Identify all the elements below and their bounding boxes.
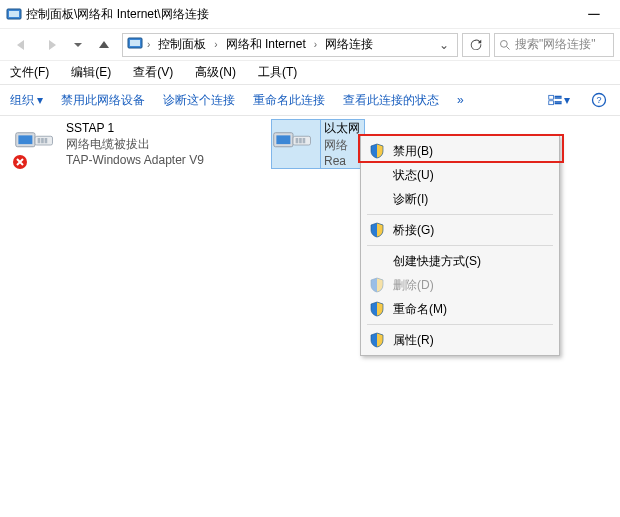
menu-bar: 文件(F) 编辑(E) 查看(V) 高级(N) 工具(T) (0, 60, 620, 84)
chevron-right-icon[interactable]: › (212, 39, 219, 50)
view-options-button[interactable]: ▾ (548, 91, 570, 109)
back-button[interactable] (6, 33, 34, 57)
ctx-disable[interactable]: 禁用(B) (363, 139, 557, 163)
search-box[interactable]: 搜索"网络连接" (494, 33, 614, 57)
refresh-button[interactable] (462, 33, 490, 57)
shield-icon (369, 277, 385, 293)
ctx-rename[interactable]: 重命名(M) (363, 297, 557, 321)
adapter-device: Rea (324, 154, 360, 168)
breadcrumb-network-connections[interactable]: 网络连接 (321, 34, 377, 55)
address-bar[interactable]: › 控制面板 › 网络和 Internet › 网络连接 ⌄ (122, 33, 458, 57)
address-icon (127, 35, 143, 54)
control-panel-icon (6, 6, 22, 22)
search-placeholder: 搜索"网络连接" (515, 36, 596, 53)
svg-point-8 (501, 40, 508, 47)
network-adapter-icon (14, 120, 62, 168)
adapter-device: TAP-Windows Adapter V9 (66, 152, 204, 168)
cmd-disable-device[interactable]: 禁用此网络设备 (61, 92, 145, 109)
separator (367, 214, 553, 215)
adapter-name: SSTAP 1 (66, 120, 204, 136)
breadcrumb-network-internet[interactable]: 网络和 Internet (222, 34, 310, 55)
svg-line-9 (507, 46, 510, 49)
help-button[interactable]: ? (588, 91, 610, 109)
minimize-button[interactable]: ─ (574, 5, 614, 23)
search-icon (499, 39, 511, 51)
cmd-rename[interactable]: 重命名此连接 (253, 92, 325, 109)
svg-rect-11 (555, 96, 561, 97)
ctx-status[interactable]: 状态(U) (363, 163, 557, 187)
shield-icon (369, 301, 385, 317)
cmd-overflow[interactable]: » (457, 93, 464, 107)
separator (367, 324, 553, 325)
window-title: 控制面板\网络和 Internet\网络连接 (26, 6, 574, 23)
ctx-create-shortcut[interactable]: 创建快捷方式(S) (363, 249, 557, 273)
ctx-diagnose[interactable]: 诊断(I) (363, 187, 557, 211)
adapter-status: 网络电缆被拔出 (66, 136, 204, 152)
cmd-view-status[interactable]: 查看此连接的状态 (343, 92, 439, 109)
shield-icon (369, 222, 385, 238)
address-dropdown-button[interactable]: ⌄ (435, 38, 453, 52)
shield-icon (369, 332, 385, 348)
svg-text:?: ? (596, 95, 601, 105)
recent-locations-button[interactable] (70, 33, 86, 57)
organize-button[interactable]: 组织 ▾ (10, 92, 43, 109)
cmd-diagnose[interactable]: 诊断这个连接 (163, 92, 235, 109)
chevron-right-icon[interactable]: › (312, 39, 319, 50)
svg-rect-13 (549, 101, 554, 105)
svg-rect-10 (549, 95, 554, 99)
separator (367, 245, 553, 246)
menu-view[interactable]: 查看(V) (129, 62, 177, 83)
title-bar: 控制面板\网络和 Internet\网络连接 ─ (0, 0, 620, 28)
ctx-properties[interactable]: 属性(R) (363, 328, 557, 352)
adapter-status: 网络 (324, 137, 360, 154)
svg-rect-12 (555, 98, 561, 99)
chevron-right-icon[interactable]: › (145, 39, 152, 50)
command-bar: 组织 ▾ 禁用此网络设备 诊断这个连接 重命名此连接 查看此连接的状态 » ▾ … (0, 84, 620, 116)
svg-rect-14 (555, 102, 561, 103)
network-adapter-icon (272, 120, 320, 168)
breadcrumb-control-panel[interactable]: 控制面板 (154, 34, 210, 55)
forward-button[interactable] (38, 33, 66, 57)
menu-advanced[interactable]: 高级(N) (191, 62, 240, 83)
adapter-sstap[interactable]: SSTAP 1 网络电缆被拔出 TAP-Windows Adapter V9 (14, 120, 254, 168)
menu-file[interactable]: 文件(F) (6, 62, 53, 83)
nav-bar: › 控制面板 › 网络和 Internet › 网络连接 ⌄ 搜索"网络连接" (0, 28, 620, 60)
context-menu: 禁用(B) 状态(U) 诊断(I) 桥接(G) 创建快捷方式(S) 删除(D) … (360, 135, 560, 356)
menu-edit[interactable]: 编辑(E) (67, 62, 115, 83)
svg-rect-15 (555, 103, 561, 104)
adapter-name: 以太网 (324, 120, 360, 137)
ctx-bridge[interactable]: 桥接(G) (363, 218, 557, 242)
up-button[interactable] (90, 33, 118, 57)
menu-tools[interactable]: 工具(T) (254, 62, 301, 83)
ctx-delete: 删除(D) (363, 273, 557, 297)
shield-icon (369, 143, 385, 159)
chevron-down-icon: ▾ (37, 93, 43, 107)
unplugged-badge-icon (12, 154, 28, 170)
